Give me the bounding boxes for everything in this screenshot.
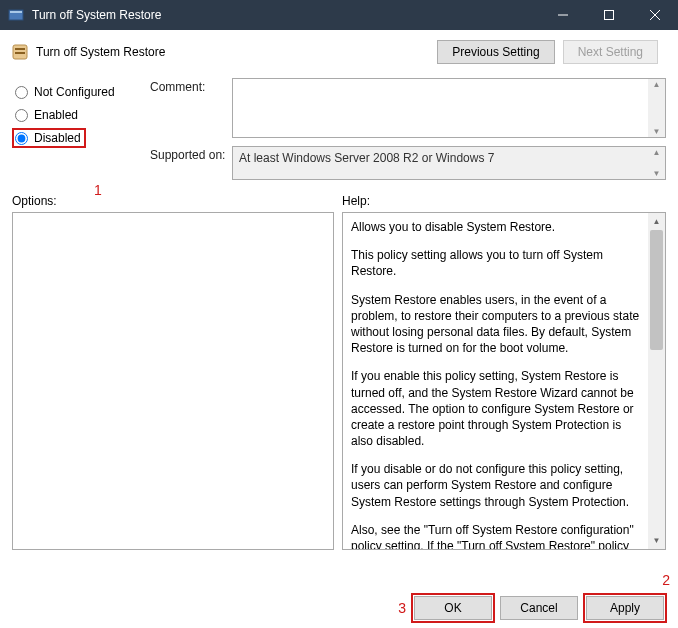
scroll-up-icon: ▲: [653, 148, 661, 157]
options-pane: [12, 212, 334, 550]
scroll-up-icon: ▲: [653, 80, 661, 89]
annotation-1: 1: [94, 182, 102, 198]
supported-scrollbar[interactable]: ▲ ▼: [648, 147, 665, 179]
svg-rect-8: [15, 52, 25, 54]
apply-button[interactable]: Apply: [586, 596, 664, 620]
comment-textarea[interactable]: ▲ ▼: [232, 78, 666, 138]
help-paragraph: If you disable or do not configure this …: [351, 461, 640, 510]
help-label: Help:: [342, 194, 666, 208]
state-radio-group: Not Configured Enabled Disabled: [12, 78, 136, 180]
close-button[interactable]: [632, 0, 678, 30]
scroll-up-icon: ▲: [648, 213, 665, 230]
maximize-button[interactable]: [586, 0, 632, 30]
radio-enabled-input[interactable]: [15, 109, 28, 122]
supported-label: Supported on:: [150, 146, 232, 180]
svg-rect-1: [10, 11, 22, 13]
radio-enabled-label: Enabled: [34, 108, 78, 122]
options-label: Options:: [12, 194, 334, 208]
scroll-thumb[interactable]: [650, 230, 663, 350]
help-paragraph: System Restore enables users, in the eve…: [351, 292, 640, 357]
policy-title: Turn off System Restore: [36, 45, 437, 59]
scroll-track[interactable]: [648, 230, 665, 532]
radio-not-configured[interactable]: Not Configured: [12, 82, 136, 102]
title-bar: Turn off System Restore: [0, 0, 678, 30]
next-setting-button[interactable]: Next Setting: [563, 40, 658, 64]
policy-icon: [12, 44, 28, 60]
minimize-button[interactable]: [540, 0, 586, 30]
ok-button[interactable]: OK: [414, 596, 492, 620]
previous-setting-button[interactable]: Previous Setting: [437, 40, 554, 64]
help-scrollbar[interactable]: ▲ ▼: [648, 213, 665, 549]
policy-header: Turn off System Restore Previous Setting…: [12, 40, 666, 64]
help-pane: Allows you to disable System Restore. Th…: [343, 213, 648, 549]
help-paragraph: Allows you to disable System Restore.: [351, 219, 640, 235]
svg-rect-7: [15, 48, 25, 50]
help-paragraph: Also, see the "Turn off System Restore c…: [351, 522, 640, 549]
radio-not-configured-label: Not Configured: [34, 85, 115, 99]
scroll-down-icon: ▼: [648, 532, 665, 549]
scroll-down-icon: ▼: [653, 127, 661, 136]
radio-not-configured-input[interactable]: [15, 86, 28, 99]
annotation-3: 3: [398, 600, 406, 616]
comment-label: Comment:: [150, 78, 232, 138]
help-paragraph: This policy setting allows you to turn o…: [351, 247, 640, 279]
app-icon: [8, 7, 24, 23]
radio-disabled-input[interactable]: [15, 132, 28, 145]
radio-disabled[interactable]: Disabled: [12, 128, 86, 148]
radio-enabled[interactable]: Enabled: [12, 105, 136, 125]
annotation-2: 2: [662, 572, 670, 588]
window-title: Turn off System Restore: [32, 8, 540, 22]
dialog-footer: OK Cancel Apply: [0, 588, 678, 628]
help-paragraph: If you enable this policy setting, Syste…: [351, 368, 640, 449]
comment-scrollbar[interactable]: ▲ ▼: [648, 79, 665, 137]
cancel-button[interactable]: Cancel: [500, 596, 578, 620]
supported-on-value: At least Windows Server 2008 R2 or Windo…: [239, 151, 494, 165]
radio-disabled-label: Disabled: [34, 131, 81, 145]
svg-rect-3: [605, 11, 614, 20]
supported-on-box: At least Windows Server 2008 R2 or Windo…: [232, 146, 666, 180]
scroll-down-icon: ▼: [653, 169, 661, 178]
